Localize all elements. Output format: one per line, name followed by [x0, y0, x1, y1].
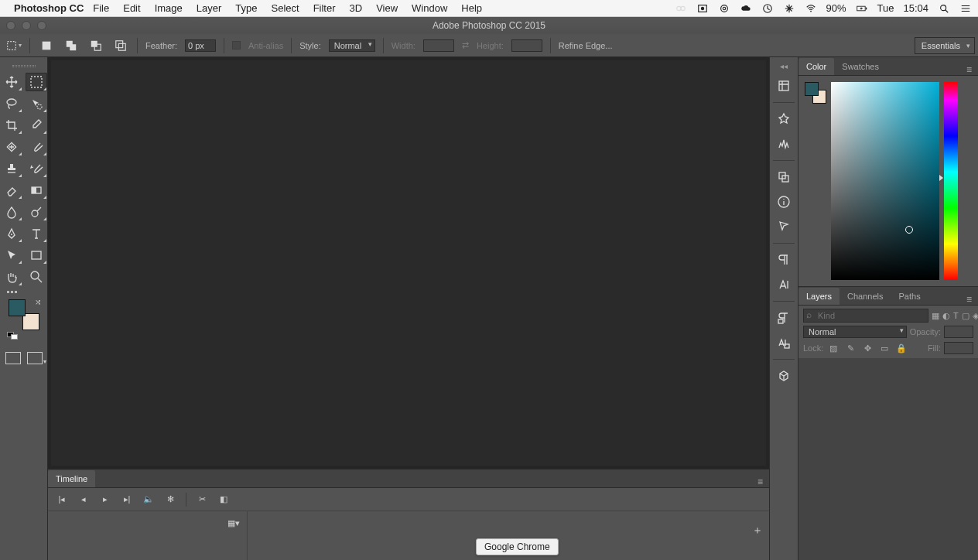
status-icon-1[interactable] — [675, 2, 687, 15]
tl-add-media-button[interactable]: ＋ — [752, 524, 763, 538]
tab-layers[interactable]: Layers — [798, 288, 840, 305]
style-select[interactable]: Normal — [329, 39, 375, 52]
menu-view[interactable]: View — [376, 2, 398, 14]
add-selection-button[interactable] — [63, 37, 80, 54]
marquee-tool[interactable] — [26, 73, 47, 91]
history-panel-icon[interactable] — [772, 74, 795, 97]
zoom-tool[interactable] — [26, 268, 47, 286]
eraser-tool[interactable] — [1, 181, 22, 200]
tl-transition-button[interactable]: ◧ — [214, 492, 233, 507]
gradient-tool[interactable] — [26, 181, 47, 200]
feather-input[interactable] — [185, 39, 216, 52]
wifi-icon[interactable] — [805, 2, 817, 15]
filter-pixel-icon[interactable]: ▦ — [932, 309, 939, 323]
dodge-tool[interactable] — [26, 203, 47, 221]
workspace-select[interactable]: Essentials — [915, 37, 975, 54]
tl-settings-button[interactable]: ✻ — [161, 492, 180, 507]
tl-track-options-button[interactable]: ▦▾ — [225, 516, 242, 530]
refine-edge-button[interactable]: Refine Edge... — [559, 41, 613, 50]
pen-tool[interactable] — [1, 224, 22, 243]
tab-paths[interactable]: Paths — [891, 288, 928, 305]
opacity-input[interactable] — [944, 326, 973, 338]
filter-shape-icon[interactable]: ▢ — [962, 309, 969, 323]
menu-type[interactable]: Type — [235, 2, 257, 14]
quick-select-tool[interactable] — [26, 94, 47, 113]
move-tool[interactable] — [1, 73, 22, 91]
timeline-menu-icon[interactable]: ≡ — [751, 476, 769, 487]
paragraph-styles-icon[interactable] — [772, 306, 795, 330]
minimize-window-button[interactable] — [22, 21, 31, 30]
battery-icon[interactable] — [856, 2, 868, 15]
lock-position-icon[interactable]: ✥ — [860, 341, 874, 355]
navigator-icon[interactable] — [772, 215, 795, 238]
paragraph-icon[interactable] — [772, 248, 795, 271]
menu-select[interactable]: Select — [271, 2, 299, 14]
history-brush-tool[interactable] — [26, 159, 47, 178]
menu-edit[interactable]: Edit — [123, 2, 140, 14]
lock-all-icon[interactable]: 🔒 — [894, 341, 908, 355]
crop-tool[interactable] — [1, 116, 22, 135]
brush-icon[interactable] — [772, 132, 795, 155]
record-icon[interactable] — [696, 2, 709, 15]
screenmode-button[interactable]: ▾ — [27, 352, 43, 364]
clock-icon[interactable] — [761, 2, 774, 15]
3d-panel-icon[interactable] — [772, 364, 795, 388]
foreground-background-colors[interactable]: ⤭ — [9, 299, 39, 330]
cc-icon[interactable] — [718, 2, 730, 15]
layers-menu-icon[interactable]: ≡ — [960, 294, 978, 305]
character-styles-icon[interactable] — [772, 331, 795, 354]
tl-play-button[interactable]: ▸ — [96, 492, 115, 507]
tools-handle[interactable] — [9, 62, 39, 70]
tab-channels[interactable]: Channels — [840, 288, 891, 305]
path-select-tool[interactable] — [1, 246, 22, 265]
menu-help[interactable]: Help — [461, 2, 482, 14]
notification-icon[interactable] — [959, 2, 972, 15]
intersect-selection-button[interactable] — [112, 37, 129, 54]
canvas-stage[interactable] — [51, 60, 766, 466]
quickmask-button[interactable] — [5, 352, 21, 364]
lasso-tool[interactable] — [1, 94, 22, 113]
menu-layer[interactable]: Layer — [197, 2, 222, 14]
lock-image-icon[interactable]: ✎ — [843, 341, 857, 355]
color-panel-swatches[interactable] — [805, 82, 826, 104]
tab-timeline[interactable]: Timeline — [48, 470, 95, 487]
type-tool[interactable] — [26, 224, 47, 243]
status-icon-2[interactable] — [783, 2, 795, 15]
lock-transparent-icon[interactable]: ▨ — [826, 341, 840, 355]
info-panel-icon[interactable] — [772, 190, 795, 213]
cloud-icon[interactable] — [740, 2, 752, 15]
menu-3d[interactable]: 3D — [350, 2, 363, 14]
menu-file[interactable]: File — [93, 2, 109, 14]
tl-next-frame-button[interactable]: ▸| — [118, 492, 136, 507]
default-colors-button[interactable] — [7, 332, 18, 340]
tab-swatches[interactable]: Swatches — [834, 58, 887, 75]
color-menu-icon[interactable]: ≡ — [960, 64, 978, 75]
color-picker-field[interactable] — [831, 82, 939, 280]
tl-split-button[interactable]: ✂ — [193, 492, 211, 507]
swap-colors-icon[interactable]: ⤭ — [35, 298, 41, 306]
menu-filter[interactable]: Filter — [313, 2, 336, 14]
menu-image[interactable]: Image — [155, 2, 183, 14]
app-name[interactable]: Photoshop CC — [14, 2, 84, 14]
filter-smart-icon[interactable]: ◈ — [973, 309, 978, 323]
character-icon[interactable] — [772, 273, 795, 296]
subtract-selection-button[interactable] — [87, 37, 104, 54]
brush-presets-icon[interactable] — [772, 108, 795, 131]
dock-collapse-button[interactable]: ◂◂ — [772, 62, 795, 73]
layer-filter-input[interactable] — [803, 309, 928, 323]
tl-audio-button[interactable]: 🔈 — [139, 492, 158, 507]
eyedropper-tool[interactable] — [26, 116, 47, 135]
hue-slider[interactable] — [944, 82, 958, 280]
layers-list[interactable] — [798, 359, 978, 560]
filter-adjust-icon[interactable]: ◐ — [942, 309, 950, 323]
tl-first-frame-button[interactable]: |◂ — [53, 492, 71, 507]
brush-tool[interactable] — [26, 138, 47, 156]
fill-input[interactable] — [944, 342, 973, 354]
menu-window[interactable]: Window — [412, 2, 447, 14]
hand-tool[interactable] — [1, 268, 22, 286]
clone-source-icon[interactable] — [772, 166, 795, 189]
blur-tool[interactable] — [1, 203, 22, 221]
stamp-tool[interactable] — [1, 159, 22, 178]
new-selection-button[interactable] — [38, 37, 55, 54]
blend-mode-select[interactable]: Normal — [803, 326, 907, 338]
